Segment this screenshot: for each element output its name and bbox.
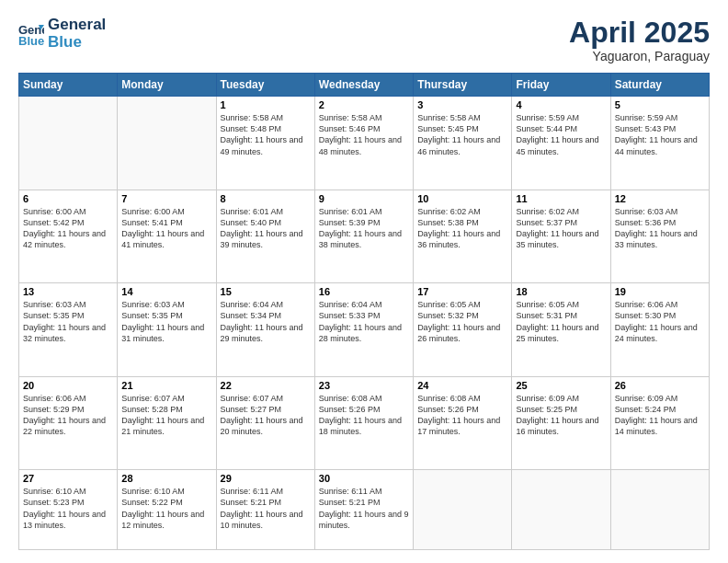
calendar-cell: 19Sunrise: 6:06 AMSunset: 5:30 PMDayligh… [610,283,709,377]
day-info: Sunrise: 6:04 AMSunset: 5:34 PMDaylight:… [221,299,311,344]
location: Yaguaron, Paraguay [569,49,710,63]
title-block: April 2025 Yaguaron, Paraguay [569,17,710,63]
day-number: 2 [319,99,409,110]
calendar-cell: 26Sunrise: 6:09 AMSunset: 5:24 PMDayligh… [610,376,709,470]
day-info: Sunrise: 6:07 AMSunset: 5:28 PMDaylight:… [121,393,211,438]
weekday-header-tuesday: Tuesday [216,74,314,97]
day-number: 30 [319,473,409,484]
day-info: Sunrise: 6:11 AMSunset: 5:21 PMDaylight:… [221,486,311,531]
day-info: Sunrise: 5:58 AMSunset: 5:48 PMDaylight:… [221,112,311,157]
day-info: Sunrise: 6:09 AMSunset: 5:24 PMDaylight:… [615,393,705,438]
calendar-week-row: 6Sunrise: 6:00 AMSunset: 5:42 PMDaylight… [19,190,710,283]
day-info: Sunrise: 6:10 AMSunset: 5:23 PMDaylight:… [23,486,113,531]
day-number: 10 [417,193,507,204]
calendar-cell [512,470,610,550]
day-info: Sunrise: 6:07 AMSunset: 5:27 PMDaylight:… [221,393,311,438]
weekday-header-sunday: Sunday [19,74,118,97]
logo-blue: Blue [48,34,106,52]
calendar-table: SundayMondayTuesdayWednesdayThursdayFrid… [18,73,710,550]
calendar-cell: 17Sunrise: 6:05 AMSunset: 5:32 PMDayligh… [414,283,512,377]
calendar-cell: 22Sunrise: 6:07 AMSunset: 5:27 PMDayligh… [216,376,314,470]
day-number: 26 [615,380,705,391]
day-info: Sunrise: 5:59 AMSunset: 5:44 PMDaylight:… [516,112,606,157]
calendar-cell: 2Sunrise: 5:58 AMSunset: 5:46 PMDaylight… [314,97,413,190]
weekday-header-monday: Monday [118,74,216,97]
calendar-cell [118,97,216,190]
day-number: 5 [615,99,705,110]
day-number: 14 [121,286,211,297]
day-number: 15 [221,286,311,297]
calendar-cell: 30Sunrise: 6:11 AMSunset: 5:21 PMDayligh… [314,470,413,550]
logo: General Blue General Blue [18,17,106,51]
day-info: Sunrise: 6:08 AMSunset: 5:26 PMDaylight:… [417,393,507,438]
day-info: Sunrise: 6:00 AMSunset: 5:42 PMDaylight:… [23,206,113,251]
day-info: Sunrise: 6:04 AMSunset: 5:33 PMDaylight:… [319,299,409,344]
day-info: Sunrise: 5:59 AMSunset: 5:43 PMDaylight:… [615,112,705,157]
day-number: 9 [319,193,409,204]
day-number: 6 [23,193,113,204]
calendar-cell: 7Sunrise: 6:00 AMSunset: 5:41 PMDaylight… [118,190,216,283]
day-info: Sunrise: 6:08 AMSunset: 5:26 PMDaylight:… [319,393,409,438]
calendar-cell: 16Sunrise: 6:04 AMSunset: 5:33 PMDayligh… [314,283,413,377]
calendar-cell: 25Sunrise: 6:09 AMSunset: 5:25 PMDayligh… [512,376,610,470]
weekday-header-wednesday: Wednesday [314,74,413,97]
day-info: Sunrise: 6:09 AMSunset: 5:25 PMDaylight:… [516,393,606,438]
day-number: 29 [221,473,311,484]
day-number: 24 [417,380,507,391]
calendar-cell: 20Sunrise: 6:06 AMSunset: 5:29 PMDayligh… [19,376,118,470]
calendar-cell: 13Sunrise: 6:03 AMSunset: 5:35 PMDayligh… [19,283,118,377]
day-number: 17 [417,286,507,297]
day-number: 23 [319,380,409,391]
calendar-cell: 5Sunrise: 5:59 AMSunset: 5:43 PMDaylight… [610,97,709,190]
day-number: 16 [319,286,409,297]
calendar-cell: 1Sunrise: 5:58 AMSunset: 5:48 PMDaylight… [216,97,314,190]
day-number: 18 [516,286,606,297]
day-number: 21 [121,380,211,391]
calendar-week-row: 20Sunrise: 6:06 AMSunset: 5:29 PMDayligh… [19,376,710,470]
day-info: Sunrise: 6:06 AMSunset: 5:30 PMDaylight:… [615,299,705,344]
calendar-cell [19,97,118,190]
calendar-cell: 14Sunrise: 6:03 AMSunset: 5:35 PMDayligh… [118,283,216,377]
day-info: Sunrise: 6:10 AMSunset: 5:22 PMDaylight:… [121,486,211,531]
calendar-cell: 18Sunrise: 6:05 AMSunset: 5:31 PMDayligh… [512,283,610,377]
month-year: April 2025 [569,17,710,49]
day-info: Sunrise: 6:03 AMSunset: 5:35 PMDaylight:… [23,299,113,344]
calendar-cell [610,470,709,550]
day-info: Sunrise: 6:03 AMSunset: 5:36 PMDaylight:… [615,206,705,251]
weekday-header-friday: Friday [512,74,610,97]
day-number: 4 [516,99,606,110]
calendar-cell: 8Sunrise: 6:01 AMSunset: 5:40 PMDaylight… [216,190,314,283]
day-number: 22 [221,380,311,391]
day-info: Sunrise: 6:05 AMSunset: 5:31 PMDaylight:… [516,299,606,344]
day-info: Sunrise: 6:02 AMSunset: 5:37 PMDaylight:… [516,206,606,251]
day-info: Sunrise: 6:00 AMSunset: 5:41 PMDaylight:… [121,206,211,251]
calendar-cell: 27Sunrise: 6:10 AMSunset: 5:23 PMDayligh… [19,470,118,550]
calendar-cell: 6Sunrise: 6:00 AMSunset: 5:42 PMDaylight… [19,190,118,283]
calendar-header-row: SundayMondayTuesdayWednesdayThursdayFrid… [19,74,710,97]
page-header: General Blue General Blue April 2025 Yag… [18,17,710,63]
day-info: Sunrise: 6:11 AMSunset: 5:21 PMDaylight:… [319,486,409,531]
calendar-cell: 11Sunrise: 6:02 AMSunset: 5:37 PMDayligh… [512,190,610,283]
day-number: 25 [516,380,606,391]
day-number: 27 [23,473,113,484]
day-number: 8 [221,193,311,204]
day-info: Sunrise: 6:06 AMSunset: 5:29 PMDaylight:… [23,393,113,438]
day-info: Sunrise: 6:01 AMSunset: 5:39 PMDaylight:… [319,206,409,251]
logo-icon: General Blue [18,21,44,47]
day-info: Sunrise: 6:02 AMSunset: 5:38 PMDaylight:… [417,206,507,251]
calendar-cell: 23Sunrise: 6:08 AMSunset: 5:26 PMDayligh… [314,376,413,470]
calendar-cell: 4Sunrise: 5:59 AMSunset: 5:44 PMDaylight… [512,97,610,190]
day-info: Sunrise: 6:05 AMSunset: 5:32 PMDaylight:… [417,299,507,344]
calendar-cell: 24Sunrise: 6:08 AMSunset: 5:26 PMDayligh… [414,376,512,470]
weekday-header-thursday: Thursday [414,74,512,97]
day-number: 7 [121,193,211,204]
calendar-cell: 21Sunrise: 6:07 AMSunset: 5:28 PMDayligh… [118,376,216,470]
day-info: Sunrise: 5:58 AMSunset: 5:45 PMDaylight:… [417,112,507,157]
day-number: 12 [615,193,705,204]
day-number: 11 [516,193,606,204]
svg-text:Blue: Blue [18,34,44,47]
calendar-cell: 15Sunrise: 6:04 AMSunset: 5:34 PMDayligh… [216,283,314,377]
day-info: Sunrise: 6:01 AMSunset: 5:40 PMDaylight:… [221,206,311,251]
calendar-week-row: 1Sunrise: 5:58 AMSunset: 5:48 PMDaylight… [19,97,710,190]
day-number: 3 [417,99,507,110]
